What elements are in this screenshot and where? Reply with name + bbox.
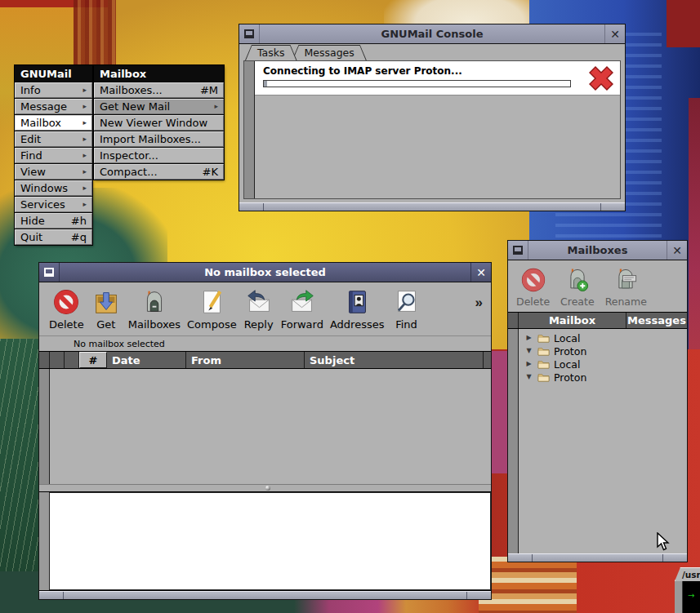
window-title: No mailbox selected	[60, 263, 470, 282]
message-list-body[interactable]	[50, 369, 491, 484]
rename-mailbox-button[interactable]: Rename	[605, 265, 647, 308]
submenu-arrow-icon: ▸	[82, 201, 87, 208]
menu-item-message[interactable]: Message▸	[15, 99, 92, 114]
tab-messages[interactable]: Messages	[292, 45, 367, 60]
terminal-window[interactable]: →	[675, 581, 700, 613]
miniaturize-button[interactable]	[239, 24, 260, 43]
menu-item-mailboxes[interactable]: Mailboxes...#M	[94, 82, 224, 98]
wallpaper-orange-stripes	[479, 557, 577, 613]
address-book-icon	[341, 287, 372, 318]
menu-item-get-new-mail[interactable]: Get New Mail▸	[94, 99, 224, 114]
wallpaper-topright-red	[667, 0, 700, 47]
close-button[interactable]: ✕	[604, 24, 625, 43]
message-list-scrollbar[interactable]	[39, 369, 50, 484]
preview-scrollbar[interactable]	[39, 492, 50, 590]
tab-tasks[interactable]: Tasks	[245, 45, 297, 60]
pane-splitter[interactable]	[39, 484, 491, 492]
compose-button[interactable]: Compose	[187, 287, 237, 331]
submenu-arrow-icon: ▸	[82, 135, 87, 143]
delete-mailbox-button[interactable]: Delete	[516, 265, 550, 308]
mailbox-table-header: Mailbox Messages	[508, 312, 687, 329]
delete-button[interactable]: Delete	[49, 287, 84, 331]
console-titlebar[interactable]: GNUMail Console ✕	[239, 24, 625, 44]
mailbox-list-scrollbar[interactable]	[508, 329, 519, 553]
message-preview-pane	[39, 492, 491, 591]
rename-mailbox-icon	[611, 265, 640, 295]
forward-button[interactable]: Forward	[281, 287, 323, 331]
close-button[interactable]: ✕	[470, 263, 491, 282]
create-mailbox-button[interactable]: Create	[560, 265, 595, 308]
menu-item-info[interactable]: Info▸	[15, 82, 92, 98]
menu-item-edit[interactable]: Edit▸	[15, 131, 92, 147]
close-button[interactable]: ✕	[667, 241, 687, 260]
menu-item-new-viewer-window[interactable]: New Viewer Window	[94, 115, 224, 131]
mailbox-row-proton-2[interactable]: ▼ Proton	[519, 371, 687, 384]
forward-icon	[287, 287, 318, 318]
menu-item-view[interactable]: View▸	[15, 164, 92, 180]
menu-item-mailbox[interactable]: Mailbox▸	[15, 115, 92, 131]
mailbox-icon	[139, 287, 170, 318]
task-status-text: Connecting to IMAP server Proton...	[263, 65, 613, 77]
menu-title[interactable]: Mailbox	[94, 65, 224, 82]
folder-icon	[537, 346, 550, 356]
folder-icon	[537, 372, 550, 382]
miniaturize-button[interactable]	[39, 263, 60, 282]
mailbox-row-local-1[interactable]: ▶ Local	[519, 331, 687, 344]
terminal-prompt-icon: →	[688, 591, 694, 613]
menu-item-compact[interactable]: Compact...#K	[94, 164, 224, 180]
reply-button[interactable]: Reply	[243, 287, 274, 331]
menu-item-quit[interactable]: Quit#q	[15, 229, 92, 245]
toolbar-overflow-button[interactable]: »	[475, 295, 484, 322]
mailboxes-resize-bar[interactable]	[508, 553, 687, 562]
mailbox-row-local-2[interactable]: ▶ Local	[519, 358, 687, 371]
menu-item-inspector[interactable]: Inspector...	[94, 148, 224, 163]
disclosure-expanded-icon[interactable]: ▼	[524, 374, 533, 380]
addresses-button[interactable]: Addresses	[330, 287, 385, 331]
close-icon: ✕	[476, 267, 486, 278]
find-button[interactable]: Find	[391, 287, 422, 331]
menu-item-windows[interactable]: Windows▸	[15, 180, 92, 196]
console-resize-bar[interactable]	[239, 202, 625, 211]
menu-item-find[interactable]: Find▸	[15, 148, 92, 163]
menu-title[interactable]: GNUMail	[15, 65, 92, 82]
disclosure-expanded-icon[interactable]: ▼	[524, 348, 533, 354]
gnumail-main-menu: GNUMail Info▸ Message▸ Mailbox▸ Edit▸ Fi…	[15, 65, 92, 245]
viewer-toolbar: Delete Get Mailboxes	[39, 282, 491, 336]
mailboxes-button[interactable]: Mailboxes	[128, 287, 181, 331]
viewer-resize-bar[interactable]	[39, 591, 491, 599]
desktop: GNUMail Console ✕ Tasks Messages Connect…	[0, 0, 700, 613]
stop-task-button[interactable]	[586, 64, 616, 93]
submenu-arrow-icon: ▸	[82, 184, 87, 192]
submenu-arrow-icon: ▸	[82, 119, 87, 127]
wallpaper-maroon	[689, 98, 700, 384]
console-window: GNUMail Console ✕ Tasks Messages Connect…	[239, 24, 625, 211]
menu-item-hide[interactable]: Hide#h	[15, 213, 92, 229]
miniaturize-icon	[244, 29, 254, 38]
message-table-header: # Date From Subject	[39, 351, 491, 369]
console-scrollbar[interactable]	[244, 61, 255, 198]
header-date[interactable]: Date	[107, 352, 186, 368]
header-status-cell[interactable]	[65, 352, 79, 368]
disclosure-collapsed-icon[interactable]: ▶	[524, 361, 533, 367]
viewer-window: No mailbox selected ✕ Delete Get	[39, 263, 491, 599]
header-number[interactable]: #	[79, 352, 107, 368]
disclosure-collapsed-icon[interactable]: ▶	[524, 335, 533, 341]
terminal-scrollbar[interactable]	[675, 581, 683, 613]
submenu-arrow-icon: ▸	[82, 103, 87, 110]
get-mail-button[interactable]: Get	[91, 287, 122, 331]
reply-icon	[243, 287, 274, 318]
miniaturize-button[interactable]	[508, 241, 528, 260]
menu-item-import-mailboxes[interactable]: Import Mailboxes...	[94, 131, 224, 147]
header-mailbox[interactable]: Mailbox	[519, 313, 626, 328]
header-from[interactable]: From	[186, 352, 305, 368]
window-title: GNUMail Console	[260, 24, 604, 43]
header-subject[interactable]: Subject	[305, 352, 484, 368]
preview-text-area[interactable]	[50, 492, 491, 590]
viewer-titlebar[interactable]: No mailbox selected ✕	[39, 263, 491, 282]
message-list	[39, 369, 491, 484]
mailbox-row-proton-1[interactable]: ▼ Proton	[519, 344, 687, 358]
header-messages[interactable]: Messages	[626, 313, 687, 328]
menu-item-services[interactable]: Services▸	[15, 197, 92, 212]
header-flag-cell[interactable]	[50, 352, 65, 368]
mailboxes-titlebar[interactable]: Mailboxes ✕	[508, 241, 687, 260]
